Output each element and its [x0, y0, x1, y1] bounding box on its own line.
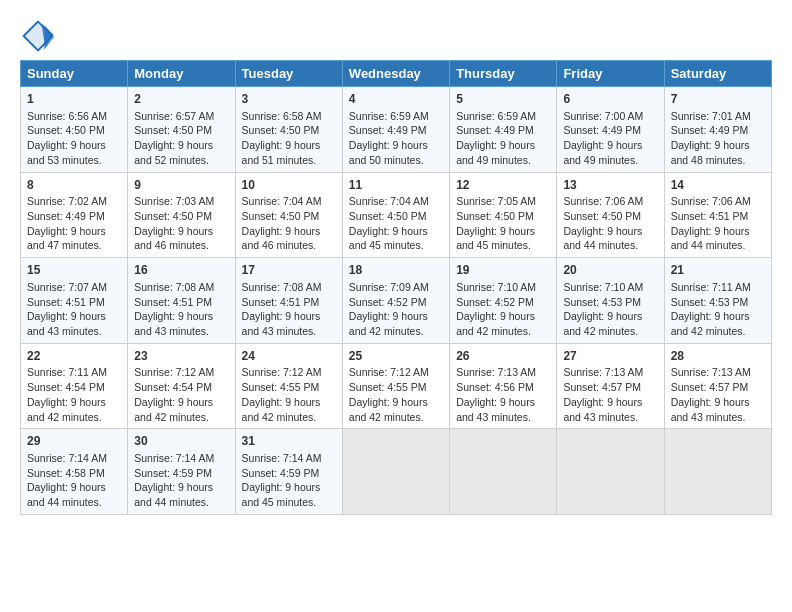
calendar-cell: 9 Sunrise: 7:03 AM Sunset: 4:50 PM Dayli… [128, 172, 235, 258]
sunrise-label: Sunrise: 7:04 AM [242, 195, 322, 207]
sunset-label: Sunset: 4:50 PM [134, 210, 212, 222]
calendar-cell [664, 429, 771, 515]
daylight-label: Daylight: 9 hours and 42 minutes. [563, 310, 642, 337]
sunset-label: Sunset: 4:59 PM [242, 467, 320, 479]
day-number: 17 [242, 262, 336, 279]
daylight-label: Daylight: 9 hours and 42 minutes. [27, 396, 106, 423]
sunrise-label: Sunrise: 6:59 AM [349, 110, 429, 122]
sunset-label: Sunset: 4:54 PM [134, 381, 212, 393]
sunrise-label: Sunrise: 7:11 AM [27, 366, 107, 378]
day-number: 24 [242, 348, 336, 365]
sunrise-label: Sunrise: 7:00 AM [563, 110, 643, 122]
page-container: SundayMondayTuesdayWednesdayThursdayFrid… [0, 0, 792, 525]
day-number: 31 [242, 433, 336, 450]
sunset-label: Sunset: 4:57 PM [671, 381, 749, 393]
calendar-cell: 30 Sunrise: 7:14 AM Sunset: 4:59 PM Dayl… [128, 429, 235, 515]
daylight-label: Daylight: 9 hours and 45 minutes. [456, 225, 535, 252]
sunset-label: Sunset: 4:49 PM [671, 124, 749, 136]
sunset-label: Sunset: 4:58 PM [27, 467, 105, 479]
daylight-label: Daylight: 9 hours and 49 minutes. [456, 139, 535, 166]
header-tuesday: Tuesday [235, 61, 342, 87]
calendar-cell: 13 Sunrise: 7:06 AM Sunset: 4:50 PM Dayl… [557, 172, 664, 258]
daylight-label: Daylight: 9 hours and 42 minutes. [349, 396, 428, 423]
calendar-header-row: SundayMondayTuesdayWednesdayThursdayFrid… [21, 61, 772, 87]
header [20, 18, 772, 54]
sunset-label: Sunset: 4:52 PM [456, 296, 534, 308]
day-number: 28 [671, 348, 765, 365]
day-number: 9 [134, 177, 228, 194]
sunset-label: Sunset: 4:50 PM [242, 124, 320, 136]
sunrise-label: Sunrise: 7:01 AM [671, 110, 751, 122]
sunrise-label: Sunrise: 7:09 AM [349, 281, 429, 293]
daylight-label: Daylight: 9 hours and 42 minutes. [349, 310, 428, 337]
calendar-cell: 2 Sunrise: 6:57 AM Sunset: 4:50 PM Dayli… [128, 87, 235, 173]
sunset-label: Sunset: 4:49 PM [349, 124, 427, 136]
daylight-label: Daylight: 9 hours and 47 minutes. [27, 225, 106, 252]
day-number: 1 [27, 91, 121, 108]
sunset-label: Sunset: 4:50 PM [27, 124, 105, 136]
logo-icon [20, 18, 56, 54]
calendar-cell: 4 Sunrise: 6:59 AM Sunset: 4:49 PM Dayli… [342, 87, 449, 173]
calendar-cell: 31 Sunrise: 7:14 AM Sunset: 4:59 PM Dayl… [235, 429, 342, 515]
day-number: 6 [563, 91, 657, 108]
day-number: 4 [349, 91, 443, 108]
calendar-cell: 10 Sunrise: 7:04 AM Sunset: 4:50 PM Dayl… [235, 172, 342, 258]
calendar-cell: 11 Sunrise: 7:04 AM Sunset: 4:50 PM Dayl… [342, 172, 449, 258]
daylight-label: Daylight: 9 hours and 46 minutes. [242, 225, 321, 252]
calendar-cell: 19 Sunrise: 7:10 AM Sunset: 4:52 PM Dayl… [450, 258, 557, 344]
sunset-label: Sunset: 4:51 PM [134, 296, 212, 308]
sunset-label: Sunset: 4:50 PM [134, 124, 212, 136]
daylight-label: Daylight: 9 hours and 52 minutes. [134, 139, 213, 166]
calendar-week-row: 22 Sunrise: 7:11 AM Sunset: 4:54 PM Dayl… [21, 343, 772, 429]
header-saturday: Saturday [664, 61, 771, 87]
day-number: 15 [27, 262, 121, 279]
sunrise-label: Sunrise: 7:12 AM [134, 366, 214, 378]
sunrise-label: Sunrise: 7:14 AM [27, 452, 107, 464]
day-number: 10 [242, 177, 336, 194]
day-number: 16 [134, 262, 228, 279]
sunrise-label: Sunrise: 7:13 AM [563, 366, 643, 378]
day-number: 20 [563, 262, 657, 279]
day-number: 21 [671, 262, 765, 279]
header-friday: Friday [557, 61, 664, 87]
sunrise-label: Sunrise: 7:06 AM [563, 195, 643, 207]
calendar-cell: 27 Sunrise: 7:13 AM Sunset: 4:57 PM Dayl… [557, 343, 664, 429]
calendar-cell: 17 Sunrise: 7:08 AM Sunset: 4:51 PM Dayl… [235, 258, 342, 344]
sunrise-label: Sunrise: 7:14 AM [134, 452, 214, 464]
calendar-cell: 20 Sunrise: 7:10 AM Sunset: 4:53 PM Dayl… [557, 258, 664, 344]
sunset-label: Sunset: 4:50 PM [563, 210, 641, 222]
sunrise-label: Sunrise: 7:03 AM [134, 195, 214, 207]
sunset-label: Sunset: 4:51 PM [242, 296, 320, 308]
calendar-cell: 6 Sunrise: 7:00 AM Sunset: 4:49 PM Dayli… [557, 87, 664, 173]
calendar-cell: 29 Sunrise: 7:14 AM Sunset: 4:58 PM Dayl… [21, 429, 128, 515]
header-monday: Monday [128, 61, 235, 87]
day-number: 3 [242, 91, 336, 108]
sunrise-label: Sunrise: 6:57 AM [134, 110, 214, 122]
daylight-label: Daylight: 9 hours and 53 minutes. [27, 139, 106, 166]
sunset-label: Sunset: 4:56 PM [456, 381, 534, 393]
sunrise-label: Sunrise: 7:05 AM [456, 195, 536, 207]
sunrise-label: Sunrise: 7:10 AM [456, 281, 536, 293]
calendar-cell: 7 Sunrise: 7:01 AM Sunset: 4:49 PM Dayli… [664, 87, 771, 173]
day-number: 18 [349, 262, 443, 279]
calendar-cell: 8 Sunrise: 7:02 AM Sunset: 4:49 PM Dayli… [21, 172, 128, 258]
day-number: 8 [27, 177, 121, 194]
day-number: 7 [671, 91, 765, 108]
header-wednesday: Wednesday [342, 61, 449, 87]
calendar-cell: 15 Sunrise: 7:07 AM Sunset: 4:51 PM Dayl… [21, 258, 128, 344]
calendar-cell: 18 Sunrise: 7:09 AM Sunset: 4:52 PM Dayl… [342, 258, 449, 344]
sunset-label: Sunset: 4:57 PM [563, 381, 641, 393]
sunrise-label: Sunrise: 7:07 AM [27, 281, 107, 293]
daylight-label: Daylight: 9 hours and 43 minutes. [242, 310, 321, 337]
sunrise-label: Sunrise: 7:13 AM [456, 366, 536, 378]
sunrise-label: Sunrise: 7:11 AM [671, 281, 751, 293]
sunset-label: Sunset: 4:50 PM [242, 210, 320, 222]
daylight-label: Daylight: 9 hours and 43 minutes. [456, 396, 535, 423]
calendar-cell: 21 Sunrise: 7:11 AM Sunset: 4:53 PM Dayl… [664, 258, 771, 344]
daylight-label: Daylight: 9 hours and 44 minutes. [671, 225, 750, 252]
sunset-label: Sunset: 4:51 PM [27, 296, 105, 308]
sunset-label: Sunset: 4:51 PM [671, 210, 749, 222]
sunrise-label: Sunrise: 6:56 AM [27, 110, 107, 122]
calendar-table: SundayMondayTuesdayWednesdayThursdayFrid… [20, 60, 772, 515]
calendar-cell: 14 Sunrise: 7:06 AM Sunset: 4:51 PM Dayl… [664, 172, 771, 258]
